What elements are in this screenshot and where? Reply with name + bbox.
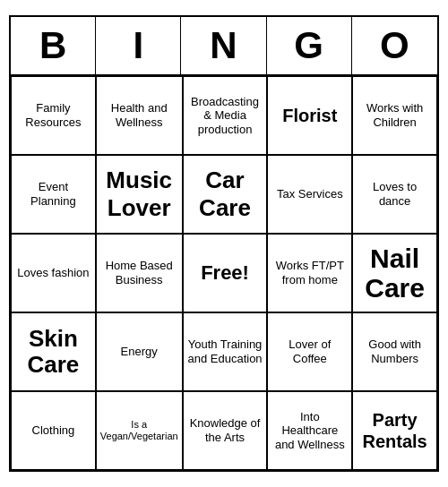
bingo-cell-16: Energy bbox=[96, 312, 183, 391]
bingo-cell-14: Nail Care bbox=[352, 234, 437, 312]
cell-text-13: Works FT/PT from home bbox=[271, 259, 348, 286]
bingo-cell-22: Knowledge of the Arts bbox=[183, 391, 268, 470]
cell-text-16: Energy bbox=[121, 345, 158, 359]
bingo-cell-3: Florist bbox=[267, 76, 352, 155]
cell-text-12: Free! bbox=[201, 261, 249, 285]
cell-text-24: Party Rentals bbox=[357, 409, 433, 452]
bingo-cell-20: Clothing bbox=[11, 391, 96, 470]
header-letter-b: B bbox=[11, 17, 96, 74]
bingo-cell-8: Tax Services bbox=[267, 155, 352, 234]
cell-text-1: Health and Wellness bbox=[100, 101, 178, 129]
cell-text-3: Florist bbox=[282, 105, 337, 126]
header-letter-n: N bbox=[181, 17, 266, 74]
bingo-cell-2: Broadcasting & Media production bbox=[183, 76, 268, 155]
bingo-cell-0: Family Resources bbox=[11, 76, 96, 155]
bingo-cell-12: Free! bbox=[183, 234, 268, 312]
header-letter-i: I bbox=[96, 17, 181, 74]
header-letter-o: O bbox=[352, 17, 437, 74]
header-letter-g: G bbox=[267, 17, 352, 74]
bingo-cell-10: Loves fashion bbox=[11, 234, 96, 312]
cell-text-18: Lover of Coffee bbox=[271, 337, 348, 365]
cell-text-19: Good with Numbers bbox=[357, 337, 433, 365]
bingo-cell-15: Skin Care bbox=[11, 312, 96, 391]
cell-text-14: Nail Care bbox=[357, 244, 433, 303]
cell-text-5: Event Planning bbox=[15, 180, 91, 208]
cell-text-20: Clothing bbox=[32, 423, 75, 438]
bingo-grid: Family ResourcesHealth and WellnessBroad… bbox=[11, 76, 437, 470]
cell-text-4: Works with Children bbox=[357, 101, 433, 129]
cell-text-11: Home Based Business bbox=[100, 259, 178, 286]
bingo-cell-21: Is a Vegan/Vegetarian bbox=[96, 391, 183, 470]
bingo-header: BINGO bbox=[11, 17, 437, 76]
bingo-cell-4: Works with Children bbox=[352, 76, 437, 155]
cell-text-10: Loves fashion bbox=[17, 266, 89, 280]
bingo-cell-9: Loves to dance bbox=[352, 155, 437, 234]
cell-text-2: Broadcasting & Media production bbox=[187, 95, 263, 137]
bingo-cell-1: Health and Wellness bbox=[96, 76, 183, 155]
cell-text-15: Skin Care bbox=[15, 326, 91, 377]
bingo-cell-13: Works FT/PT from home bbox=[267, 234, 352, 312]
cell-text-0: Family Resources bbox=[15, 101, 91, 129]
bingo-cell-11: Home Based Business bbox=[96, 234, 183, 312]
bingo-cell-23: Into Healthcare and Wellness bbox=[267, 391, 352, 470]
cell-text-21: Is a Vegan/Vegetarian bbox=[100, 419, 178, 442]
bingo-card: BINGO Family ResourcesHealth and Wellnes… bbox=[9, 15, 439, 472]
cell-text-22: Knowledge of the Arts bbox=[187, 416, 263, 444]
bingo-cell-6: Music Lover bbox=[96, 155, 183, 234]
bingo-cell-7: Car Care bbox=[183, 155, 268, 234]
bingo-cell-24: Party Rentals bbox=[352, 391, 437, 470]
cell-text-23: Into Healthcare and Wellness bbox=[271, 410, 348, 452]
bingo-cell-17: Youth Training and Education bbox=[183, 312, 268, 391]
cell-text-8: Tax Services bbox=[277, 187, 343, 201]
bingo-cell-19: Good with Numbers bbox=[352, 312, 437, 391]
cell-text-7: Car Care bbox=[187, 167, 263, 222]
cell-text-6: Music Lover bbox=[100, 167, 178, 222]
cell-text-17: Youth Training and Education bbox=[187, 337, 263, 365]
bingo-cell-18: Lover of Coffee bbox=[267, 312, 352, 391]
cell-text-9: Loves to dance bbox=[357, 180, 433, 208]
bingo-cell-5: Event Planning bbox=[11, 155, 96, 234]
